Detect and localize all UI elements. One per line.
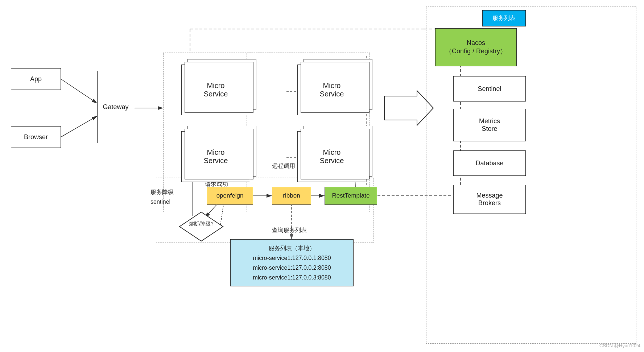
sentinel-text-label: sentinel — [150, 199, 170, 205]
metrics-box: MetricsStore — [453, 109, 526, 141]
ribbon-label: ribbon — [283, 192, 300, 199]
message-box: MessageBrokers — [453, 185, 526, 214]
micro4-label: MicroService — [320, 148, 344, 165]
openfeign-label: openfeign — [216, 192, 244, 199]
database-label: Database — [475, 160, 503, 167]
database-box: Database — [453, 150, 526, 176]
micro1-label: MicroService — [204, 82, 228, 98]
sentinel-box: Sentinel — [453, 76, 526, 102]
svg-line-4 — [61, 116, 97, 137]
micro2-box: MicroService — [297, 65, 366, 115]
ribbon-box: ribbon — [272, 187, 311, 205]
local-registry-box: 服务列表（本地）micro-service1:127.0.0.1:8080mic… — [230, 239, 354, 286]
micro1-box: MicroService — [181, 65, 250, 115]
watermark: CSDN @Hyatt1024 — [599, 343, 640, 348]
micro3-box: MicroService — [181, 131, 250, 182]
svg-marker-23 — [179, 212, 223, 241]
message-label: MessageBrokers — [476, 192, 503, 207]
app-label: App — [30, 75, 42, 83]
rest-label: RestTemplate — [332, 192, 370, 199]
svg-line-3 — [61, 79, 97, 103]
service-degraded-label: 服务降级 — [150, 189, 174, 196]
openfeign-box: openfeign — [207, 187, 253, 205]
local-registry-label: 服务列表（本地）micro-service1:127.0.0.1:8080mic… — [253, 243, 331, 283]
micro4-box: MicroService — [297, 131, 366, 182]
remote-call-label: 远程调用 — [272, 162, 295, 170]
diamond-shape: 熔断/降级? — [178, 210, 225, 243]
metrics-label: MetricsStore — [479, 117, 500, 133]
query-registry-label: 查询服务列表 — [272, 227, 307, 234]
app-box: App — [11, 68, 61, 90]
browser-label: Browser — [24, 133, 48, 141]
gateway-label: Gateway — [103, 103, 128, 111]
rest-box: RestTemplate — [325, 187, 377, 205]
gateway-box: Gateway — [97, 71, 134, 143]
sentinel-label: Sentinel — [478, 85, 501, 93]
svg-text:熔断/降级?: 熔断/降级? — [189, 221, 214, 227]
browser-box: Browser — [11, 126, 61, 148]
micro3-label: MicroService — [204, 148, 228, 165]
micro2-label: MicroService — [320, 82, 344, 98]
